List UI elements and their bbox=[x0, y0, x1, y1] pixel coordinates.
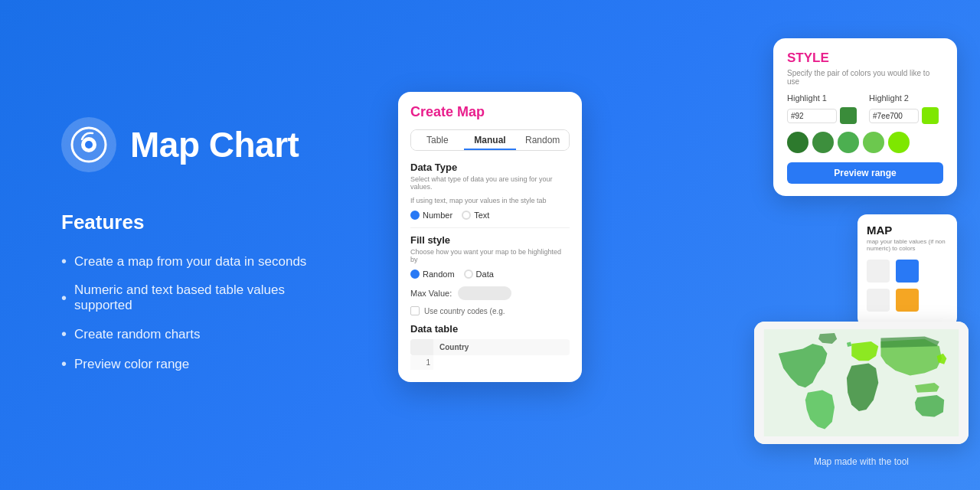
max-value-row: Max Value: bbox=[410, 286, 570, 300]
style-card: STYLE Specify the pair of colors you wou… bbox=[773, 38, 957, 196]
max-value-input[interactable] bbox=[458, 286, 511, 300]
highlight1-input-row bbox=[787, 107, 861, 124]
features-list: Create a map from your data in seconds N… bbox=[61, 253, 337, 373]
map-color-label-2 bbox=[867, 289, 890, 312]
data-type-radio-row: Number Text bbox=[410, 211, 570, 220]
style-card-subtitle: Specify the pair of colors you would lik… bbox=[787, 69, 943, 86]
data-type-label: Data Type bbox=[410, 162, 570, 173]
highlight2-input[interactable] bbox=[869, 109, 919, 123]
fill-style-radio-row: Random Data bbox=[410, 270, 570, 279]
fill-style-label: Fill style bbox=[410, 234, 570, 246]
highlight2-col: Highlight 2 bbox=[869, 93, 943, 124]
tab-table[interactable]: Table bbox=[411, 130, 464, 150]
number-option[interactable]: Number bbox=[410, 211, 452, 220]
create-map-title: Create Map bbox=[410, 104, 570, 120]
features-heading: Features bbox=[61, 211, 337, 234]
color-circles-row bbox=[787, 132, 943, 153]
fill-style-desc: Choose how you want your map to be highl… bbox=[410, 248, 570, 263]
logo-area: Map Chart bbox=[61, 117, 337, 172]
highlight2-label: Highlight 2 bbox=[869, 93, 943, 103]
world-map-svg bbox=[754, 322, 969, 444]
text-label: Text bbox=[474, 211, 489, 220]
feature-item-2: Numeric and text based table values supp… bbox=[61, 283, 337, 313]
tab-random[interactable]: Random bbox=[516, 130, 569, 150]
color-circle-2 bbox=[812, 132, 834, 153]
preview-range-button[interactable]: Preview range bbox=[787, 162, 943, 184]
table-country-header: Country bbox=[433, 339, 570, 355]
feature-item-3: Create random charts bbox=[61, 325, 337, 343]
table-header: Country bbox=[410, 339, 570, 355]
highlight1-input[interactable] bbox=[787, 109, 837, 123]
style-highlights: Highlight 1 Highlight 2 bbox=[787, 93, 943, 124]
color-circle-1 bbox=[787, 132, 808, 153]
map-style-title: MAP bbox=[867, 224, 948, 237]
country-code-label: Use country codes (e.g. bbox=[424, 307, 505, 315]
data-type-desc: Select what type of data you are using f… bbox=[410, 175, 570, 191]
table-row-1: 1 bbox=[410, 355, 570, 370]
right-section: STYLE Specify the pair of colors you wou… bbox=[383, 0, 980, 490]
country-code-checkbox[interactable] bbox=[410, 306, 420, 315]
text-radio-dot bbox=[462, 211, 471, 220]
map-color-swatch-orange[interactable] bbox=[896, 289, 919, 312]
feature-item-1: Create a map from your data in seconds bbox=[61, 253, 337, 270]
app-logo-icon bbox=[61, 117, 116, 172]
highlight1-swatch[interactable] bbox=[840, 107, 857, 124]
color-circle-3 bbox=[838, 132, 859, 153]
number-radio-dot bbox=[410, 211, 420, 220]
highlight1-label: Highlight 1 bbox=[787, 93, 861, 103]
random-radio-dot bbox=[410, 270, 420, 279]
feature-item-4: Preview color range bbox=[61, 355, 337, 373]
world-map-card bbox=[754, 322, 969, 444]
map-color-row-2 bbox=[867, 289, 948, 312]
create-map-card: Create Map Table Manual Random Data Type… bbox=[398, 92, 582, 382]
text-option[interactable]: Text bbox=[462, 211, 489, 220]
color-circle-5 bbox=[888, 132, 910, 153]
map-color-swatch-blue[interactable] bbox=[896, 260, 919, 283]
left-section: Map Chart Features Create a map from you… bbox=[0, 71, 383, 419]
style-card-title: STYLE bbox=[787, 51, 943, 66]
highlight2-swatch[interactable] bbox=[922, 107, 939, 124]
random-option[interactable]: Random bbox=[410, 270, 455, 279]
random-label: Random bbox=[423, 270, 455, 279]
table-cell-country bbox=[433, 355, 570, 370]
country-code-row: Use country codes (e.g. bbox=[410, 306, 570, 315]
data-type-note: If using text, map your values in the st… bbox=[410, 197, 570, 204]
highlight2-input-row bbox=[869, 107, 943, 124]
tab-manual[interactable]: Manual bbox=[464, 130, 517, 150]
max-value-label: Max Value: bbox=[410, 289, 452, 298]
table-num-header bbox=[410, 339, 433, 355]
data-table-label: Data table bbox=[410, 323, 570, 335]
app-title: Map Chart bbox=[130, 124, 299, 165]
map-style-subtitle: map your table values (if non numeric) t… bbox=[867, 238, 948, 252]
data-option[interactable]: Data bbox=[464, 270, 494, 279]
map-caption: Map made with the tool bbox=[754, 456, 969, 467]
tabs-row: Table Manual Random bbox=[410, 129, 570, 151]
highlight1-col: Highlight 1 bbox=[787, 93, 861, 124]
map-color-label-1 bbox=[867, 260, 890, 283]
data-radio-dot bbox=[464, 270, 473, 279]
color-circle-4 bbox=[863, 132, 884, 153]
map-style-card: MAP map your table values (if non numeri… bbox=[858, 214, 957, 327]
number-label: Number bbox=[423, 211, 452, 220]
divider-1 bbox=[410, 227, 570, 228]
data-label: Data bbox=[476, 270, 494, 279]
svg-point-2 bbox=[85, 141, 93, 149]
table-cell-num: 1 bbox=[410, 355, 433, 370]
map-color-row-1 bbox=[867, 260, 948, 283]
